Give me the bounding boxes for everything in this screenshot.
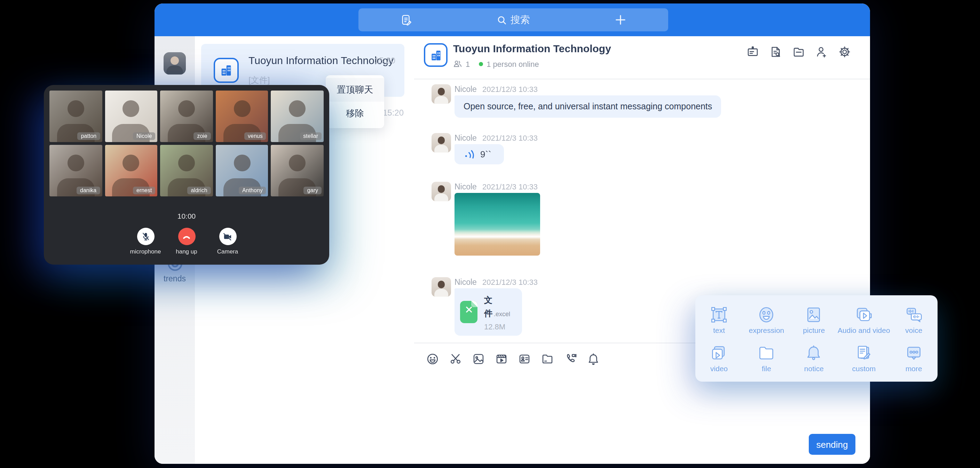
popup-item-more[interactable]: more [890, 339, 937, 377]
group-files-button[interactable] [792, 45, 805, 59]
voice-icon [905, 306, 923, 324]
file-size: 12.8M [484, 323, 513, 331]
group-avatar-icon [214, 58, 239, 83]
conversation-time: 15:20 [374, 56, 395, 65]
conversation-context-menu: 置顶聊天 移除 [326, 75, 384, 128]
sender-avatar[interactable] [431, 84, 451, 104]
popup-item-expression[interactable]: expression [743, 301, 790, 339]
add-button[interactable] [573, 8, 668, 31]
chat-status: 1 1 person online [453, 59, 539, 68]
participant-name: zoie [194, 132, 210, 140]
message-time: 2021/12/3 10:33 [482, 182, 538, 191]
participant-tile: zoie [160, 91, 213, 142]
sender-name: Nicole [455, 134, 477, 142]
more-icon [905, 344, 923, 362]
camera-off-icon [223, 232, 232, 241]
file-message-bubble[interactable]: ✕ 文件.excel 12.8M [455, 288, 522, 336]
conversation-title: Tuoyun Information Technology [248, 54, 394, 66]
add-member-button[interactable] [815, 45, 828, 59]
settings-gear-button[interactable] [838, 45, 851, 59]
audio-video-icon [855, 306, 873, 324]
notification-bell-button[interactable] [587, 352, 600, 366]
sender-name: Nicole [455, 85, 477, 93]
popup-item-custom[interactable]: custom [838, 339, 890, 377]
beach-photo-message[interactable] [455, 193, 540, 256]
participant-name: stellar [300, 132, 321, 140]
search-bar[interactable]: 搜索 [358, 8, 668, 31]
popup-item-video[interactable]: video [695, 339, 743, 377]
participant-tile: venus [216, 91, 268, 142]
context-menu-remove[interactable]: 移除 [326, 102, 384, 125]
file-name: 文件 [484, 295, 492, 318]
message-type-popup: text expression picture Audio and video [695, 295, 937, 382]
chat-header: Tuoyun Information Technology 1 1 person… [414, 36, 870, 79]
send-video-button[interactable] [495, 352, 508, 366]
conversation-last-message: [文件] [248, 75, 270, 86]
participant-name: Nicole [133, 132, 155, 140]
search-field[interactable]: 搜索 [454, 8, 573, 31]
screenshot-scissors-button[interactable] [449, 352, 462, 366]
message-time: 2021/12/3 10:33 [482, 85, 538, 93]
video-icon [710, 344, 728, 362]
participant-name: danika [76, 187, 100, 194]
note-edit-icon [400, 14, 412, 26]
emoji-button[interactable] [426, 352, 439, 366]
popup-item-file[interactable]: file [743, 339, 790, 377]
microphone-toggle-button[interactable]: microphone [125, 228, 166, 255]
sender-name: Nicole [455, 278, 477, 286]
picture-icon [805, 306, 823, 324]
participant-tile: aldrich [160, 145, 213, 196]
online-status: 1 person online [487, 59, 539, 68]
participant-tile: patton [49, 91, 102, 142]
participant-grid: patton Nicole zoie venus stellar danika … [49, 91, 324, 196]
sender-avatar[interactable] [431, 133, 451, 153]
participant-name: gary [304, 187, 321, 194]
new-note-button[interactable] [358, 8, 454, 31]
voice-wave-icon [464, 149, 475, 160]
chat-history-search-button[interactable] [769, 45, 782, 59]
call-controls: microphone hang up Camera [44, 228, 329, 255]
popup-item-audio-video[interactable]: Audio and video [838, 301, 890, 339]
group-notice-button[interactable] [746, 45, 759, 59]
hang-up-icon [182, 232, 191, 241]
member-count: 1 [466, 59, 470, 68]
file-folder-icon [757, 344, 776, 362]
camera-toggle-button[interactable]: Camera [207, 228, 248, 255]
voice-duration: 9`` [480, 149, 492, 160]
send-button[interactable]: sending [809, 434, 856, 455]
message-bubble[interactable]: Open source, free, and universal instant… [455, 96, 721, 118]
send-picture-button[interactable] [472, 352, 485, 366]
video-call-button[interactable] [564, 352, 577, 366]
participant-tile: stellar [271, 91, 324, 142]
stage: 搜索 trends [0, 0, 980, 468]
text-icon [710, 306, 728, 324]
video-call-panel: patton Nicole zoie venus stellar danika … [44, 85, 329, 265]
trends-label: trends [154, 275, 195, 283]
popup-item-notice[interactable]: notice [790, 339, 838, 377]
send-file-button[interactable] [541, 352, 554, 366]
file-extension: .excel [494, 311, 510, 318]
excel-file-icon: ✕ [460, 301, 478, 323]
group-avatar-icon [424, 43, 447, 67]
popup-item-voice[interactable]: voice [890, 301, 937, 339]
plus-icon [614, 14, 627, 26]
expression-icon [757, 306, 776, 324]
participant-name: aldrich [187, 187, 210, 194]
sender-avatar[interactable] [431, 277, 451, 297]
hang-up-button[interactable]: hang up [166, 228, 207, 255]
contact-card-button[interactable] [518, 352, 531, 366]
conversation-time: 15:20 [383, 108, 404, 118]
popup-item-text[interactable]: text [695, 301, 743, 339]
current-user-avatar[interactable] [164, 52, 186, 75]
sender-name: Nicole [455, 182, 477, 191]
popup-item-picture[interactable]: picture [790, 301, 838, 339]
participant-name: Anthony [239, 187, 266, 194]
voice-message-bubble[interactable]: 9`` [455, 144, 504, 165]
participant-tile: ernest [105, 145, 157, 196]
context-menu-pin-chat[interactable]: 置顶聊天 [326, 78, 384, 102]
custom-icon [855, 344, 873, 362]
sender-avatar[interactable] [431, 182, 451, 201]
chat-title: Tuoyun Information Technology [453, 43, 611, 54]
message-time: 2021/12/3 10:33 [482, 278, 538, 286]
chat-panel: Tuoyun Information Technology 1 1 person… [414, 36, 870, 464]
